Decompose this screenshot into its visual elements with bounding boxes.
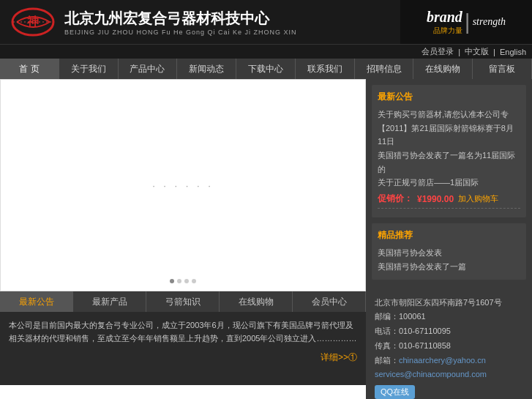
logo-icon: 神 <box>7 4 59 40</box>
qq-button[interactable]: QQ在线 <box>375 382 523 399</box>
svg-text:神: 神 <box>26 15 39 28</box>
main-nav: 首 页 关于我们 产品中心 新闻动态 下载中心 联系我们 招聘信息 在线购物 留… <box>0 59 532 79</box>
content-area: · · · · · · 最新公告 最新产品 弓箭知识 在线购物 会员中心 本公司… <box>0 79 532 399</box>
contact-fax: 传真：010-67110858 <box>375 339 523 354</box>
sidebar-price-label: 促销价： <box>378 193 413 205</box>
separator-1: | <box>458 48 460 56</box>
sidebar-price-value: ¥1990.00 <box>417 194 454 204</box>
logo-text: 北京九州宏复合弓器材科技中心 BEIJING JIU ZHOU HONG Fu … <box>64 9 297 36</box>
tab-content-area: 本公司是目前国内最大的复合弓专业公司，成立于2003年6月，现公司旗下有美国品牌… <box>0 312 366 385</box>
left-main: · · · · · · 最新公告 最新产品 弓箭知识 在线购物 会员中心 本公司… <box>0 79 366 399</box>
nav-item-products[interactable]: 产品中心 <box>119 59 178 79</box>
slide-dots <box>170 279 196 283</box>
contact-email[interactable]: chinaarchery@yahoo.cn <box>399 356 486 365</box>
separator-2: | <box>493 48 495 56</box>
sidebar-featured-text1: 美国猎弓协会发表 <box>378 246 520 260</box>
sidebar-featured-title: 精品推荐 <box>378 229 520 242</box>
slide-dot-1[interactable] <box>170 279 174 283</box>
sidebar-contact: 北京市朝阳区东四环南路7号1607号 邮编：100061 电话：010-6711… <box>372 291 526 400</box>
member-login-link[interactable]: 会员登录 <box>422 46 454 57</box>
nav-item-home[interactable]: 首 页 <box>0 59 59 79</box>
qq-online-btn[interactable]: QQ在线 <box>375 385 415 399</box>
logo-area: 神 北京九州宏复合弓器材科技中心 BEIJING JIU ZHOU HONG F… <box>0 4 400 40</box>
contact-email2: services@chinacompound.com <box>375 368 523 382</box>
sidebar-price-row: 促销价： ¥1990.00 加入购物车 <box>378 193 520 205</box>
sidebar-news-title: 最新公告 <box>378 91 520 103</box>
company-name-en: BEIJING JIU ZHOU HONG Fu He Gong Qi Cai … <box>64 29 297 36</box>
contact-email-row: 邮箱：chinaarchery@yahoo.cn <box>375 354 523 368</box>
email-label: 邮箱： <box>375 356 399 365</box>
top-nav-bar: 会员登录 | 中文版 | English <box>0 44 532 59</box>
tab-latest-news[interactable]: 最新公告 <box>0 291 73 312</box>
fax-value: 010-67110858 <box>399 341 451 350</box>
slide-dot-4[interactable] <box>192 279 196 283</box>
contact-address: 北京市朝阳区东四环南路7号1607号 <box>375 296 523 310</box>
sidebar-news-text4: 关于正规弓箭店——1届国际 <box>378 176 520 190</box>
tabs-bar: 最新公告 最新产品 弓箭知识 在线购物 会员中心 <box>0 291 366 312</box>
sidebar-divider <box>378 208 520 209</box>
slide-dot-2[interactable] <box>177 279 181 283</box>
fax-label: 传真： <box>375 341 399 350</box>
tab-more-link[interactable]: 详细>>① <box>9 351 357 365</box>
sidebar-news-text2: 【2011】第21届国际射箭锦标赛于8月11日 <box>378 122 520 149</box>
tab-bow-knowledge[interactable]: 弓箭知识 <box>146 291 220 312</box>
tab-latest-products[interactable]: 最新产品 <box>73 291 146 312</box>
tab-online-shop[interactable]: 在线购物 <box>220 291 293 312</box>
nav-item-about[interactable]: 关于我们 <box>59 59 119 79</box>
slide-dot-3[interactable] <box>184 279 189 283</box>
brand-text: brand <box>427 9 462 26</box>
tab-member-center[interactable]: 会员中心 <box>293 291 366 312</box>
sidebar-latest-news: 最新公告 关于购买弓箭器材,请您认准本公司专 【2011】第21届国际射箭锦标赛… <box>372 85 526 217</box>
nav-item-shop[interactable]: 在线购物 <box>413 59 473 79</box>
nav-item-download[interactable]: 下载中心 <box>236 59 296 79</box>
postcode-label: 邮编： <box>375 312 399 321</box>
nav-item-news[interactable]: 新闻动态 <box>177 59 236 79</box>
tel-label: 电话： <box>375 327 399 335</box>
sidebar-news-text3: 美国猎弓协会发表了一篇名为11届国际的 <box>378 149 520 176</box>
postcode-value: 100061 <box>399 312 426 321</box>
contact-tel: 电话：010-67110095 <box>375 324 523 339</box>
nav-item-message[interactable]: 留言板 <box>473 59 532 79</box>
nav-item-contact[interactable]: 联系我们 <box>296 59 355 79</box>
sidebar-featured: 精品推荐 美国猎弓协会发表 美国猎弓协会发表了一篇 <box>372 223 526 279</box>
company-name-cn: 北京九州宏复合弓器材科技中心 <box>64 9 297 29</box>
header: 神 北京九州宏复合弓器材科技中心 BEIJING JIU ZHOU HONG F… <box>0 0 532 44</box>
brand-area: brand 品牌力量 | strength <box>400 0 532 44</box>
sidebar-news-text1: 关于购买弓箭器材,请您认准本公司专 <box>378 108 520 122</box>
tab-content-text: 本公司是目前国内最大的复合弓专业公司，成立于2003年6月，现公司旗下有美国品牌… <box>9 319 357 345</box>
brand-cn: 品牌力量 <box>427 26 462 36</box>
en-version-link[interactable]: English <box>500 48 526 56</box>
slideshow[interactable]: · · · · · · <box>0 79 366 291</box>
brand-strength: strength <box>473 16 506 28</box>
contact-postcode: 邮编：100061 <box>375 310 523 324</box>
right-sidebar: 最新公告 关于购买弓箭器材,请您认准本公司专 【2011】第21届国际射箭锦标赛… <box>366 79 532 399</box>
nav-item-recruit[interactable]: 招聘信息 <box>355 59 414 79</box>
contact-email2[interactable]: services@chinacompound.com <box>375 370 487 379</box>
slideshow-placeholder: · · · · · · <box>152 180 214 191</box>
sidebar-featured-text2: 美国猎弓协会发表了一篇 <box>378 260 520 274</box>
sidebar-buy-button[interactable]: 加入购物车 <box>458 193 498 204</box>
cn-version-link[interactable]: 中文版 <box>465 46 489 57</box>
tel-value: 010-67110095 <box>399 327 451 335</box>
